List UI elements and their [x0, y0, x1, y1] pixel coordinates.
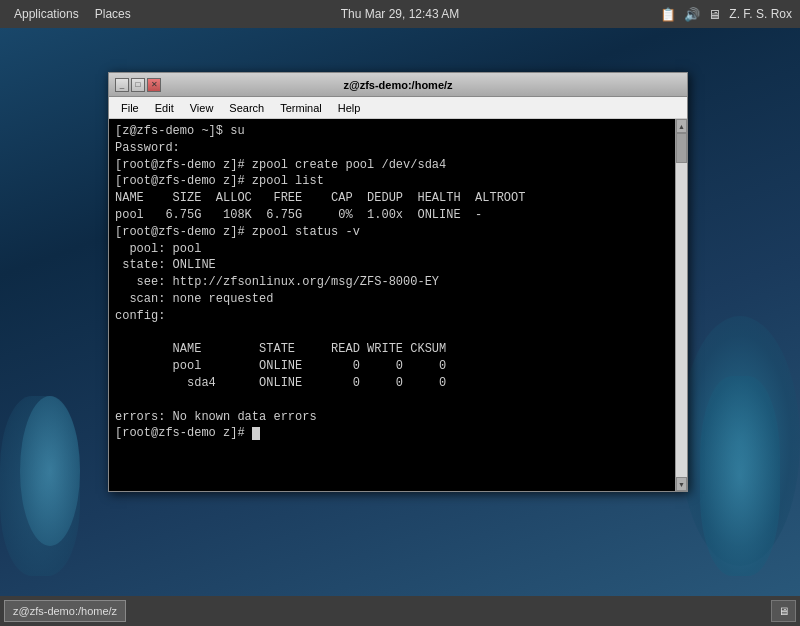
menu-terminal[interactable]: Terminal	[272, 100, 330, 116]
clipboard-icon: 📋	[660, 7, 676, 22]
desktop: Applications Places Thu Mar 29, 12:43 AM…	[0, 0, 800, 626]
places-menu[interactable]: Places	[89, 5, 137, 23]
terminal-cursor	[252, 427, 260, 440]
terminal-title: z@zfs-demo:/home/z	[161, 79, 635, 91]
volume-icon[interactable]: 🔊	[684, 7, 700, 22]
username-display: Z. F. S. Rox	[729, 7, 792, 21]
desktop-icon: 🖥	[778, 605, 789, 617]
terminal-window: _ □ ✕ z@zfs-demo:/home/z File Edit View …	[108, 72, 688, 492]
terminal-titlebar: _ □ ✕ z@zfs-demo:/home/z	[109, 73, 687, 97]
menu-search[interactable]: Search	[221, 100, 272, 116]
decoration-blob4	[20, 396, 80, 546]
network-icon[interactable]: 🖥	[708, 7, 721, 22]
top-panel-left: Applications Places	[8, 5, 137, 23]
menu-help[interactable]: Help	[330, 100, 369, 116]
minimize-button[interactable]: _	[115, 78, 129, 92]
terminal-menubar: File Edit View Search Terminal Help	[109, 97, 687, 119]
top-panel: Applications Places Thu Mar 29, 12:43 AM…	[0, 0, 800, 28]
bottom-panel: z@zfs-demo:/home/z 🖥	[0, 596, 800, 626]
terminal-text[interactable]: [z@zfs-demo ~]$ su Password: [root@zfs-d…	[109, 119, 675, 491]
terminal-output: [z@zfs-demo ~]$ su Password: [root@zfs-d…	[115, 123, 669, 442]
terminal-content: [z@zfs-demo ~]$ su Password: [root@zfs-d…	[109, 119, 687, 491]
taskbar-right: 🖥	[771, 600, 796, 622]
scroll-up-button[interactable]: ▲	[676, 119, 687, 133]
scroll-thumb[interactable]	[676, 133, 687, 163]
taskbar-desktop-button[interactable]: 🖥	[771, 600, 796, 622]
decoration-blob2	[700, 376, 780, 576]
top-panel-right: 📋 🔊 🖥 Z. F. S. Rox	[660, 7, 792, 22]
maximize-button[interactable]: □	[131, 78, 145, 92]
datetime-display: Thu Mar 29, 12:43 AM	[341, 7, 460, 21]
scroll-track[interactable]	[676, 133, 687, 477]
menu-edit[interactable]: Edit	[147, 100, 182, 116]
terminal-scrollbar[interactable]: ▲ ▼	[675, 119, 687, 491]
scroll-down-button[interactable]: ▼	[676, 477, 687, 491]
close-button[interactable]: ✕	[147, 78, 161, 92]
terminal-window-buttons: _ □ ✕	[115, 78, 161, 92]
menu-file[interactable]: File	[113, 100, 147, 116]
taskbar-terminal-item[interactable]: z@zfs-demo:/home/z	[4, 600, 126, 622]
menu-view[interactable]: View	[182, 100, 222, 116]
applications-menu[interactable]: Applications	[8, 5, 85, 23]
